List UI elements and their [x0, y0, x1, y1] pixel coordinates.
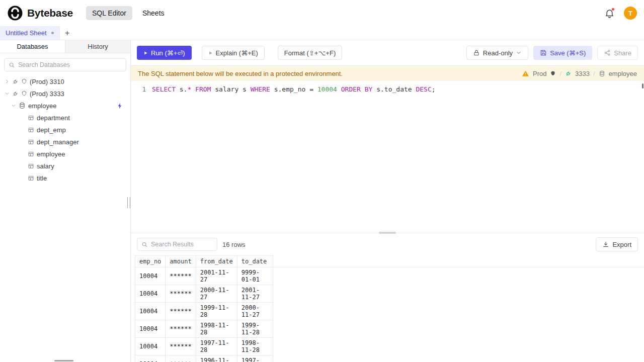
row-filler: [273, 355, 644, 362]
results-toolbar: 16 rows Export: [131, 233, 644, 255]
database-search: [4, 58, 126, 71]
row-filler: [273, 338, 644, 355]
resize-handle[interactable]: [379, 232, 396, 234]
result-cell: 2001-11-27: [196, 267, 237, 285]
search-databases-input[interactable]: [18, 61, 122, 68]
column-header-from_date[interactable]: from_date: [196, 256, 237, 267]
explain-button[interactable]: Explain (⌘+E): [202, 46, 265, 60]
editor-toolbar: Run (⌘+⏎) Explain (⌘+E) Format (⇧+⌥+F) R…: [131, 40, 644, 66]
chevron-down-icon[interactable]: [5, 91, 10, 96]
panel-divider: [131, 233, 644, 233]
toolbar-right: Read-only Save (⌘+S) Share: [466, 46, 638, 60]
table-name: title: [37, 174, 47, 182]
result-cell: 10004: [135, 303, 166, 320]
readonly-mode-button[interactable]: Read-only: [466, 46, 528, 60]
sql-editor[interactable]: 1 SELECT s.* FROM salary s WHERE s.emp_n…: [131, 81, 644, 233]
sidebar-table-item[interactable]: dept_emp: [0, 124, 130, 136]
table-list: department dept_emp dept_manager employe…: [0, 112, 130, 184]
sidebar-table-item[interactable]: salary: [0, 160, 130, 172]
sidebar-tabs: Databases History: [0, 40, 130, 53]
brand[interactable]: Bytebase: [7, 5, 73, 21]
shield-icon: [550, 70, 556, 76]
table-icon: [28, 151, 34, 157]
database-item-employee[interactable]: employee: [0, 100, 130, 112]
format-button[interactable]: Format (⇧+⌥+F): [278, 46, 342, 60]
database-icon: [19, 102, 26, 109]
table-name: department: [37, 114, 70, 122]
search-results-input[interactable]: [151, 241, 213, 248]
table-name: salary: [37, 162, 54, 170]
result-cell: 10004: [135, 285, 166, 303]
result-row[interactable]: 10004******2000-11-272001-11-27: [135, 285, 644, 303]
table-icon: [28, 139, 34, 145]
editor-scrollbar[interactable]: [642, 83, 643, 88]
result-cell: ******: [166, 285, 196, 303]
sql-statement[interactable]: SELECT s.* FROM salary s WHERE s.emp_no …: [152, 84, 436, 95]
sidebar-table-item[interactable]: title: [0, 172, 130, 184]
result-row[interactable]: 10004******2001-11-279999-01-01: [135, 267, 644, 285]
result-row[interactable]: 10004******1998-11-281999-11-28: [135, 320, 644, 338]
instance-label: 3333: [575, 70, 590, 77]
result-cell: 1999-11-28: [196, 303, 237, 320]
chevron-down-icon[interactable]: [11, 103, 16, 108]
notification-bell-icon[interactable]: [604, 8, 615, 19]
separator: /: [593, 70, 595, 77]
result-cell: ******: [166, 355, 196, 362]
sidebar: Databases History (Prod) 3310 (Prod) 333…: [0, 40, 131, 362]
environment-label: Prod: [533, 70, 546, 77]
separator: /: [559, 70, 561, 77]
add-sheet-button[interactable]: +: [60, 26, 75, 40]
result-cell: 10004: [135, 267, 166, 285]
result-cell: 1999-11-28: [237, 320, 273, 338]
save-icon: [540, 49, 547, 56]
avatar[interactable]: T: [624, 7, 637, 20]
table-icon: [28, 163, 34, 169]
result-cell: 1998-11-28: [196, 320, 237, 338]
unsaved-dot: [51, 32, 54, 34]
lightning-icon[interactable]: [117, 103, 123, 109]
result-cell: 10004: [135, 320, 166, 338]
banner-message: The SQL statement below will be executed…: [138, 70, 343, 77]
result-row[interactable]: 10004******1997-11-281998-11-28: [135, 338, 644, 355]
table-name: employee: [37, 150, 65, 158]
run-button[interactable]: Run (⌘+⏎): [137, 46, 192, 60]
export-button[interactable]: Export: [596, 237, 638, 251]
main-panel: Run (⌘+⏎) Explain (⌘+E) Format (⇧+⌥+F) R…: [131, 40, 644, 362]
tab-history[interactable]: History: [65, 40, 130, 53]
sheet-tab-untitled[interactable]: Untitled Sheet: [0, 26, 60, 40]
result-row[interactable]: 10004******1996-11-281997-11-28: [135, 355, 644, 362]
column-header-amount[interactable]: amount: [166, 256, 196, 267]
column-header-to_date[interactable]: to_date: [237, 256, 273, 267]
result-row[interactable]: 10004******1999-11-282000-11-27: [135, 303, 644, 320]
notification-dot: [611, 8, 615, 11]
table-icon: [28, 115, 34, 121]
top-header: Bytebase SQL Editor Sheets T: [0, 0, 644, 26]
row-filler: [273, 267, 644, 285]
row-count: 16 rows: [222, 241, 246, 248]
row-filler: [273, 320, 644, 338]
download-icon: [602, 241, 609, 248]
tab-databases[interactable]: Databases: [0, 40, 65, 53]
result-cell: 1997-11-28: [196, 338, 237, 355]
nav-sql-editor[interactable]: SQL Editor: [86, 6, 132, 20]
nav-sheets[interactable]: Sheets: [141, 6, 166, 20]
protected-environment-banner: The SQL statement below will be executed…: [131, 66, 644, 81]
sidebar-table-item[interactable]: department: [0, 112, 130, 124]
environment-shield-icon: [21, 90, 27, 97]
chevron-right-icon[interactable]: [5, 79, 10, 84]
result-cell: ******: [166, 267, 196, 285]
instance-item-3310[interactable]: (Prod) 3310: [0, 75, 130, 87]
brand-name: Bytebase: [27, 7, 73, 19]
sidebar-table-item[interactable]: employee: [0, 148, 130, 160]
sidebar-table-item[interactable]: dept_manager: [0, 136, 130, 148]
result-cell: 2001-11-27: [237, 285, 273, 303]
column-header-emp_no[interactable]: emp_no: [135, 256, 166, 267]
share-button[interactable]: Share: [597, 46, 638, 60]
results-header-row: emp_noamountfrom_dateto_date: [135, 256, 644, 267]
save-button[interactable]: Save (⌘+S): [533, 46, 592, 60]
results-table: emp_noamountfrom_dateto_date 10004******…: [131, 255, 644, 362]
environment-shield-icon: [21, 78, 27, 84]
horizontal-scrollbar[interactable]: [54, 360, 73, 361]
instance-item-3333[interactable]: (Prod) 3333: [0, 87, 130, 100]
sidebar-resize-handle[interactable]: [127, 197, 130, 208]
